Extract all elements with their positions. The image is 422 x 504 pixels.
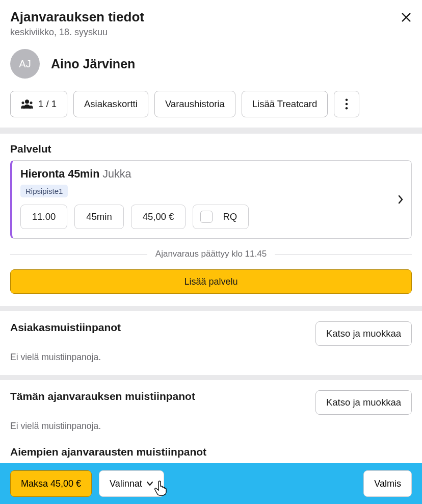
svg-point-6 <box>346 103 348 106</box>
service-card[interactable]: Hieronta 45min Jukka Ripsipiste1 11.00 4… <box>10 160 412 239</box>
booking-notes-heading: Tämän ajanvarauksen muistiinpanot <box>10 390 195 402</box>
prev-bookings-notes-heading: Aiempien ajanvarausten muistiinpanot <box>10 446 412 458</box>
booking-history-button[interactable]: Varaushistoria <box>154 91 235 117</box>
title-block: Ajanvarauksen tiedot keskiviikko, 18. sy… <box>10 9 144 38</box>
service-tag: Ripsipiste1 <box>20 185 68 197</box>
service-tag-wrap: Ripsipiste1 <box>20 181 387 197</box>
service-time-value: 11.00 <box>32 211 56 222</box>
action-row: 1 / 1 Asiakaskortti Varaushistoria Lisää… <box>10 91 412 117</box>
avatar[interactable]: AJ <box>10 49 40 79</box>
add-treatcard-label: Lisää Treatcard <box>252 98 318 110</box>
customer-name: Aino Järvinen <box>51 57 135 71</box>
rq-label: RQ <box>223 211 237 222</box>
svg-point-2 <box>25 99 29 104</box>
customer-row: AJ Aino Järvinen <box>10 49 412 79</box>
booking-notes-empty: Ei vielä muistiinpanoja. <box>10 421 412 432</box>
rq-checkbox[interactable] <box>200 211 213 223</box>
svg-point-5 <box>346 98 348 101</box>
booking-notes-edit-button[interactable]: Katso ja muokkaa <box>315 390 412 415</box>
kebab-icon <box>345 98 348 110</box>
client-notes-edit-label: Katso ja muokkaa <box>326 328 401 339</box>
services-heading: Palvelut <box>10 143 412 155</box>
page-title: Ajanvarauksen tiedot <box>10 9 144 25</box>
pay-button[interactable]: Maksa 45,00 € <box>10 470 92 497</box>
add-service-label: Lisää palvelu <box>184 276 238 287</box>
add-treatcard-button[interactable]: Lisää Treatcard <box>242 91 328 117</box>
people-count-button[interactable]: 1 / 1 <box>10 91 67 117</box>
booking-notes-row: Tämän ajanvarauksen muistiinpanot Katso … <box>10 390 412 415</box>
service-staff: Jukka <box>102 168 131 181</box>
divider-left <box>10 254 147 255</box>
service-rq-field[interactable]: RQ <box>193 205 249 229</box>
service-duration-value: 45min <box>86 211 112 222</box>
options-button[interactable]: Valinnat <box>99 470 164 497</box>
customer-card-button[interactable]: Asiakaskortti <box>73 91 148 117</box>
client-notes-heading: Asiakasmuistiinpanot <box>10 321 121 334</box>
ends-text: Ajanvaraus päättyy klo 11.45 <box>155 249 267 259</box>
svg-point-4 <box>30 102 32 104</box>
booking-history-label: Varaushistoria <box>165 98 225 110</box>
done-button[interactable]: Valmis <box>363 470 412 497</box>
chevron-right-icon <box>398 195 403 204</box>
svg-point-7 <box>346 107 348 110</box>
client-notes-block: Asiakasmuistiinpanot <box>10 321 121 334</box>
add-service-button[interactable]: Lisää palvelu <box>10 269 412 294</box>
close-icon <box>401 12 412 23</box>
svg-point-3 <box>21 102 24 104</box>
options-chevron <box>146 481 153 486</box>
service-time-field[interactable]: 11.00 <box>20 205 67 229</box>
service-title-row: Hieronta 45min Jukka <box>20 168 387 181</box>
customer-card-label: Asiakaskortti <box>84 98 138 110</box>
service-price-field[interactable]: 45,00 € <box>131 205 186 229</box>
client-notes-empty: Ei vielä muistiinpanoja. <box>10 352 412 363</box>
booking-notes-edit-label: Katso ja muokkaa <box>326 397 401 408</box>
chevron-down-icon <box>146 481 153 486</box>
footer-bar: Maksa 45,00 € Valinnat Valmis <box>0 463 422 504</box>
booking-notes-block: Tämän ajanvarauksen muistiinpanot <box>10 390 195 402</box>
people-count-label: 1 / 1 <box>38 98 57 110</box>
title-row: Ajanvarauksen tiedot keskiviikko, 18. sy… <box>10 9 412 38</box>
options-label: Valinnat <box>110 478 142 489</box>
client-notes-row: Asiakasmuistiinpanot Katso ja muokkaa <box>10 321 412 346</box>
done-label: Valmis <box>374 478 401 489</box>
service-name: Hieronta 45min <box>20 168 99 181</box>
header-panel: Ajanvarauksen tiedot keskiviikko, 18. sy… <box>0 0 422 128</box>
pay-label: Maksa 45,00 € <box>21 478 81 489</box>
page-subtitle: keskiviikko, 18. syyskuu <box>10 27 144 38</box>
client-notes-panel: Asiakasmuistiinpanot Katso ja muokkaa Ei… <box>0 311 422 375</box>
service-duration-field[interactable]: 45min <box>74 205 123 229</box>
service-chevron <box>398 195 403 204</box>
divider-right <box>275 254 412 255</box>
ends-row: Ajanvaraus päättyy klo 11.45 <box>10 249 412 259</box>
people-icon <box>21 99 33 109</box>
more-menu-button[interactable] <box>334 91 359 117</box>
services-panel: Palvelut Hieronta 45min Jukka Ripsipiste… <box>0 134 422 306</box>
client-notes-edit-button[interactable]: Katso ja muokkaa <box>315 321 412 346</box>
service-price-value: 45,00 € <box>143 211 174 222</box>
close-button[interactable] <box>401 9 412 26</box>
service-controls: 11.00 45min 45,00 € RQ <box>20 205 387 229</box>
